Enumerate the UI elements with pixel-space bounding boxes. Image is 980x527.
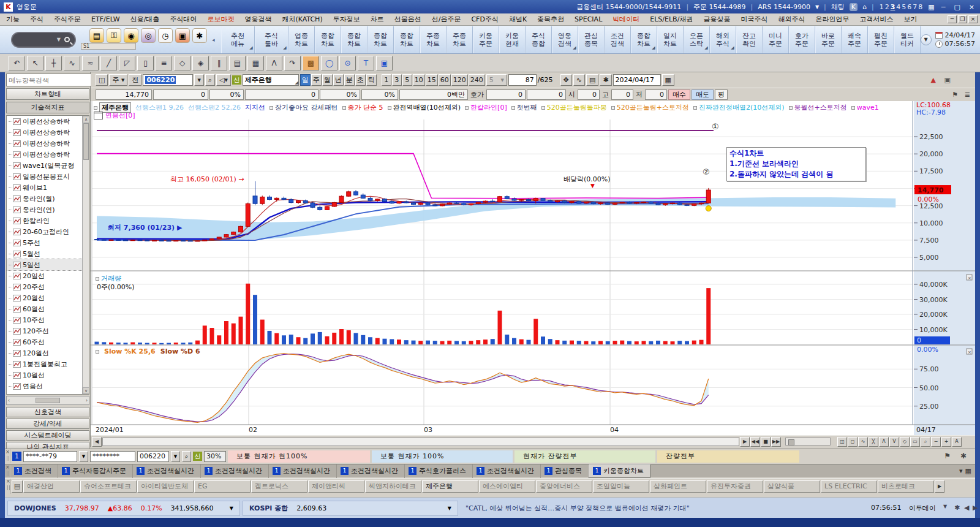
target-tool-icon[interactable]: ⊙ [339, 56, 356, 70]
watchlist-stock-6[interactable]: 씨앤지하이테크 [365, 480, 421, 493]
menu-item-8[interactable]: 캐치(KATCH) [282, 15, 322, 24]
indicator-item-7[interactable]: 웅라인(월) [7, 193, 89, 204]
tabs-bar-grip[interactable] [5, 464, 10, 477]
toolbar-button-펼친주문[interactable]: 펼친주문 [868, 26, 894, 53]
indicator-item-6[interactable]: 웨이브1 [7, 182, 89, 193]
indicator-item-8[interactable]: 웅라인(연) [7, 204, 89, 215]
wave-line-icon[interactable]: ∿ [64, 56, 80, 70]
indicator-tag[interactable]: 선행스팬1 9,26 [135, 103, 184, 112]
prev-news-icon[interactable]: ◀ [964, 504, 969, 512]
monitor-icon[interactable]: ▣ [175, 28, 190, 43]
period-button-주[interactable]: 주 [311, 74, 322, 86]
screen-number-7[interactable]: 7 [912, 3, 918, 11]
indicator-item-14[interactable]: 20일선 [7, 270, 89, 281]
date-calendar-icon[interactable]: ▦ [662, 74, 674, 86]
index-dropdown-icon[interactable]: ▼ [230, 506, 233, 511]
watchlist-stock-13[interactable]: 삼양식품 [764, 480, 820, 493]
search-icon[interactable] [64, 37, 70, 42]
multi-monitor-icon[interactable]: ▦ [928, 3, 934, 11]
indicator-tag[interactable]: 520골든눌림돌파봉 [541, 103, 607, 112]
stock-name[interactable]: 제주은행◢ [243, 74, 299, 86]
buy-button[interactable]: 매수 [668, 89, 690, 100]
news-ticker[interactable]: "CATL, 예상 뛰어넘는 실적…증시 부양 정책으로 밸류에이션 재평가 기… [466, 504, 867, 513]
period-button-분[interactable]: 분 [344, 74, 355, 86]
minimize-button[interactable]: ─ [940, 3, 948, 11]
chart-grid-icon[interactable]: ◻ [848, 437, 858, 447]
capture-icon[interactable]: ▣ [944, 76, 951, 84]
menu-item-17[interactable]: 빅데이터 [612, 15, 639, 24]
indicator-item-0[interactable]: 이평선상승하락 [7, 116, 89, 127]
menu-item-15[interactable]: 종목추천 [537, 15, 564, 24]
sidebar-section-strength[interactable]: 강세/약세 [6, 419, 89, 429]
indicator-tag[interactable]: wave1 [851, 104, 879, 112]
mdi-close-button[interactable]: × [968, 15, 978, 23]
tick-combo[interactable]: 5▼ [486, 74, 507, 86]
sidebar-v-scrollbar[interactable]: ∧∨ [82, 116, 89, 394]
ellipse-icon[interactable]: ◇ [174, 56, 190, 70]
indicator-item-23[interactable]: 10월선 [7, 370, 89, 381]
candle-tool-icon[interactable]: ▯ [137, 56, 154, 70]
window-tab-3[interactable]: 1조건검색실시간 [201, 464, 269, 478]
toolbar-button-업종차트[interactable]: 업종차트 [288, 26, 315, 53]
toolbar-button-주종차트[interactable]: 주종차트 [447, 26, 473, 53]
wave-line2-icon[interactable]: ≈ [82, 56, 99, 70]
legend-icon[interactable] [94, 112, 103, 119]
menu-item-7[interactable]: 영웅검색 [244, 15, 271, 24]
maximize-button[interactable]: ▢ [952, 3, 962, 11]
watchlist-stock-10[interactable]: 조일알미늄 [593, 480, 649, 493]
window-tab-0[interactable]: 1조건검색 [10, 464, 58, 478]
watchlist-stock-8[interactable]: 에스에이엠티 [479, 480, 535, 493]
menu-item-18[interactable]: ELS/ELB/채권 [650, 15, 693, 24]
trend-tool-icon[interactable]: ∿ [858, 437, 868, 447]
band-tool-icon[interactable]: ▭ [910, 437, 920, 447]
memo-icon[interactable]: ≣ [965, 91, 970, 99]
chart-date-input[interactable]: 2024/04/17 [613, 74, 661, 86]
forward-button[interactable]: ▶▶ [771, 437, 781, 447]
scroll-down-icon[interactable]: ∨ [83, 387, 89, 394]
watchlist-stock-15[interactable]: 비츠로테크 [878, 480, 934, 493]
kakao-icon[interactable]: K [850, 3, 858, 11]
toolbar-button-잔고확인[interactable]: 잔고확인 [736, 26, 763, 53]
indicator-tag[interactable]: 520골든눌림+스토저점 [611, 103, 689, 112]
quick-search-input[interactable]: ▼ [11, 32, 76, 48]
sidebar-section-signal-search[interactable]: 신호검색 [6, 407, 89, 417]
indicator-tag[interactable]: 한칼라인[0] [465, 103, 507, 112]
add-indicator-icon[interactable]: ∿ [573, 74, 585, 86]
menu-item-0[interactable]: 기능 [6, 15, 20, 24]
minute-button-5[interactable]: 5 [402, 74, 412, 86]
sell-button[interactable]: 매도 [692, 89, 714, 100]
sound-icon[interactable]: ◁▼ [216, 74, 231, 86]
valley-tool-icon[interactable]: V [889, 437, 899, 447]
tab-list-icon[interactable]: ▾ [959, 467, 963, 475]
watchlist-copy-icon[interactable]: ▤ [12, 480, 23, 493]
menu-item-9[interactable]: 투자정보 [333, 15, 360, 24]
order-code-input[interactable]: 006220 [137, 451, 169, 462]
key-icon[interactable]: ⚿ [107, 28, 121, 43]
indicator-setup2-icon[interactable]: ▦ [247, 56, 264, 70]
menu-item-14[interactable]: 채널K [509, 15, 527, 24]
sidebar-h-scrollbar[interactable]: ‹› [6, 396, 89, 405]
indicator-item-24[interactable]: 연음선 [7, 381, 89, 392]
screen-number-1[interactable]: 1 [879, 3, 884, 11]
peak-tool-icon[interactable]: Λ [879, 437, 889, 447]
watchlist-stock-2[interactable]: 아이티엠반도체 [137, 480, 194, 493]
menu-item-19[interactable]: 금융상품 [703, 15, 730, 24]
alert-icon[interactable]: ▲ [931, 76, 936, 84]
trendline-flag-icon[interactable]: ◸ [119, 56, 135, 70]
indicator-setup-icon[interactable]: ▤ [229, 56, 246, 70]
zoom-out-button[interactable]: − [931, 437, 941, 447]
pointer-icon[interactable]: ↖ [27, 56, 43, 70]
account-dropdown-icon[interactable]: ▼ [79, 451, 88, 462]
indicator-item-2[interactable]: 이평선상승하락 [7, 138, 89, 149]
toolbar-button-쾌속주문[interactable]: 쾌속주문 [842, 26, 868, 53]
window-tab-9[interactable]: 1키움종합차트 [589, 464, 650, 478]
indicator-item-10[interactable]: 20-60고점라인 [7, 226, 89, 237]
window-tab-5[interactable]: 1조건검색실시간 [337, 464, 405, 478]
period-button-월[interactable]: 월 [322, 74, 333, 86]
chart-scrollbar-track[interactable] [102, 438, 739, 446]
index-panel-kospi[interactable]: KOSPI 종합 2,609.63 ▼ [243, 501, 458, 516]
minute-button-3[interactable]: 3 [392, 74, 402, 86]
indicator-item-18[interactable]: 10주선 [7, 314, 89, 325]
hline-icon[interactable]: ≡ [156, 56, 172, 70]
toolbar-button-주종차트[interactable]: 주종차트 [420, 26, 447, 53]
